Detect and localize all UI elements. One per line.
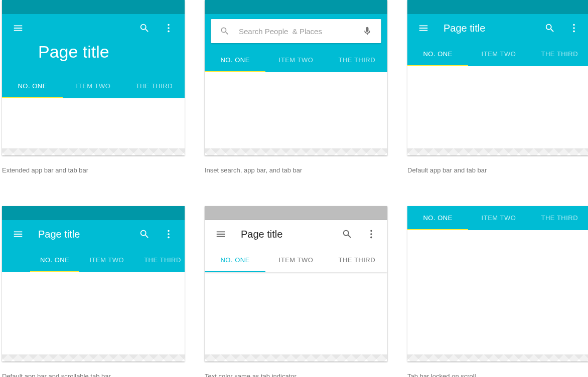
more-icon[interactable] (157, 16, 181, 40)
tab-bar: NO. ONE ITEM TWO THE THIRD (205, 248, 387, 272)
example-scrollable-tabs: Page title NO. ONE ITEM TWO THE THIRD D (2, 206, 185, 377)
tab-one[interactable]: NO. ONE (2, 74, 63, 98)
app-bar: Page title NO. ONE ITEM TWO THE THIRD (407, 14, 588, 66)
tab-one[interactable]: NO. ONE (205, 48, 265, 72)
content-area (2, 98, 185, 155)
svg-point-6 (168, 230, 170, 232)
example-locked-tabs: NO. ONE ITEM TWO THE THIRD Tab bar locke… (407, 206, 588, 377)
page-title: Page title (2, 42, 185, 74)
tab-one[interactable]: NO. ONE (205, 248, 265, 272)
caption: Default app bar and tab bar (407, 155, 588, 174)
tab-bar-scrollable[interactable]: NO. ONE ITEM TWO THE THIRD (2, 248, 185, 272)
tab-three[interactable]: THE THIRD (327, 48, 387, 72)
more-icon[interactable] (562, 16, 586, 40)
tab-two[interactable]: ITEM TWO (468, 206, 529, 230)
more-icon[interactable] (157, 222, 181, 246)
tab-three[interactable]: THE THIRD (529, 42, 588, 66)
page-title: Page title (233, 229, 282, 240)
status-bar (205, 0, 387, 14)
app-bar: Page title NO. ONE ITEM TWO THE THIRD (2, 220, 185, 272)
status-bar (407, 0, 588, 14)
svg-point-10 (370, 233, 372, 235)
search-field[interactable] (211, 19, 381, 43)
tab-three[interactable]: THE THIRD (327, 248, 387, 272)
caption: Tab bar locked on scroll (407, 361, 588, 377)
app-bar: Page title NO. ONE ITEM TWO THE THIRD (205, 220, 387, 272)
content-area (205, 272, 387, 361)
search-icon[interactable] (538, 16, 562, 40)
svg-point-11 (370, 237, 372, 239)
example-extended-appbar: Page title NO. ONE ITEM TWO THE THIRD Ex… (2, 0, 185, 174)
tab-one[interactable]: NO. ONE (30, 248, 79, 272)
example-default-appbar: Page title NO. ONE ITEM TWO THE THIRD D (407, 0, 588, 174)
menu-icon[interactable] (6, 222, 30, 246)
tab-bar: NO. ONE ITEM TWO THE THIRD (2, 74, 185, 98)
svg-point-2 (168, 31, 170, 33)
tab-two[interactable]: ITEM TWO (468, 42, 529, 66)
tab-bar: NO. ONE ITEM TWO THE THIRD (407, 42, 588, 66)
svg-point-1 (168, 27, 170, 29)
svg-point-4 (573, 27, 575, 29)
menu-icon[interactable] (411, 16, 435, 40)
app-bar: NO. ONE ITEM TWO THE THIRD (205, 14, 387, 72)
search-icon[interactable] (132, 16, 157, 40)
tab-three[interactable]: THE THIRD (124, 74, 185, 98)
svg-point-5 (573, 31, 575, 33)
svg-point-7 (168, 233, 170, 235)
caption: Extended app bar and tab bar (2, 155, 185, 174)
example-light-appbar: Page title NO. ONE ITEM TWO THE THIRD T (205, 206, 387, 377)
example-inset-search: NO. ONE ITEM TWO THE THIRD Inset search,… (205, 0, 387, 174)
page-title: Page title (30, 229, 80, 240)
tab-two[interactable]: ITEM TWO (63, 74, 123, 98)
tab-two[interactable]: ITEM TWO (265, 248, 326, 272)
search-icon[interactable] (335, 222, 359, 246)
mic-icon[interactable] (357, 26, 377, 36)
content-area (407, 66, 588, 155)
tab-one[interactable]: NO. ONE (407, 42, 468, 66)
tab-one[interactable]: NO. ONE (407, 206, 468, 230)
tab-bar: NO. ONE ITEM TWO THE THIRD (205, 48, 387, 72)
search-icon[interactable] (132, 222, 157, 246)
page-title: Page title (435, 23, 485, 34)
caption: Default app bar and scrollable tab bar (2, 361, 185, 377)
tab-two[interactable]: ITEM TWO (79, 248, 134, 272)
caption: Text color same as tab indicator (205, 361, 387, 377)
status-bar (2, 0, 185, 14)
tab-three[interactable]: THE THIRD (529, 206, 588, 230)
svg-point-9 (370, 230, 372, 232)
tab-bar: NO. ONE ITEM TWO THE THIRD (407, 206, 588, 230)
search-input[interactable] (235, 27, 357, 36)
caption: Inset search, app bar, and tab bar (205, 155, 387, 174)
tab-three[interactable]: THE THIRD (134, 248, 185, 272)
svg-point-0 (168, 24, 170, 26)
svg-point-8 (168, 237, 170, 239)
app-bar: Page title NO. ONE ITEM TWO THE THIRD (2, 14, 185, 98)
status-bar (205, 206, 387, 220)
menu-icon[interactable] (6, 16, 30, 40)
content-area (2, 272, 185, 361)
svg-point-3 (573, 24, 575, 26)
status-bar (2, 206, 185, 220)
content-area (407, 230, 588, 361)
more-icon[interactable] (359, 222, 383, 246)
tab-two[interactable]: ITEM TWO (265, 48, 326, 72)
menu-icon[interactable] (209, 222, 233, 246)
content-area (205, 72, 387, 155)
search-icon (215, 26, 235, 36)
